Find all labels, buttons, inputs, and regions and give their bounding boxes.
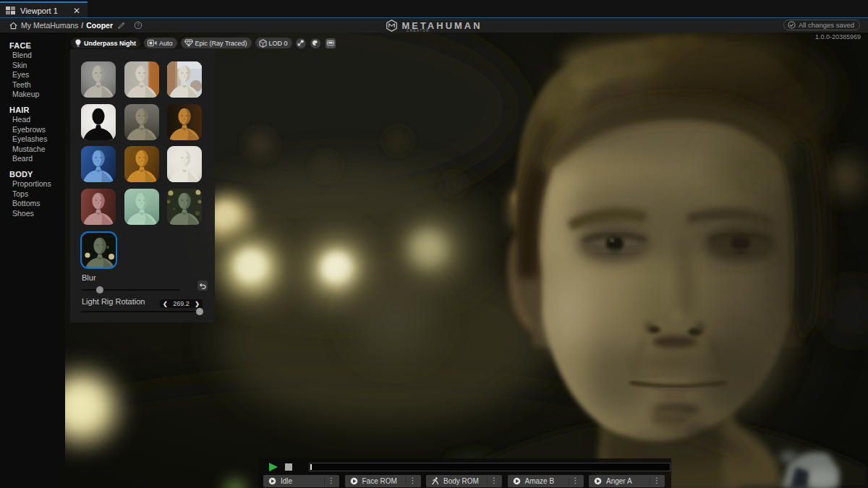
svg-text:?: ? [137,22,140,27]
